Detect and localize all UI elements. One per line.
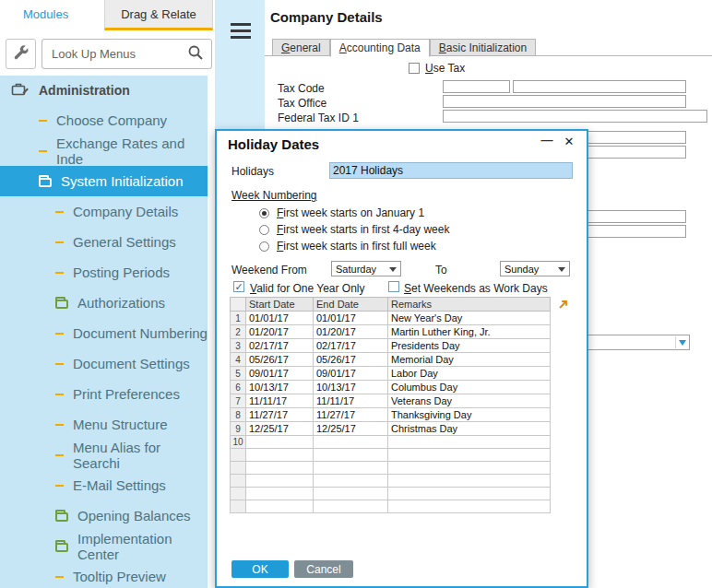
end-date-cell[interactable] xyxy=(314,436,388,449)
start-date-cell[interactable]: 12/25/17 xyxy=(246,422,314,436)
sidebar-item-menu-alias[interactable]: Menu Alias for Searchi xyxy=(0,440,208,470)
remarks-cell[interactable]: Memorial Day xyxy=(388,353,551,367)
row-number[interactable] xyxy=(231,462,246,475)
remarks-cell[interactable] xyxy=(388,488,551,500)
radio-first-week-january-1[interactable]: First week starts on January 1 xyxy=(259,206,424,219)
use-tax-checkbox[interactable] xyxy=(409,63,420,74)
cancel-button[interactable]: Cancel xyxy=(294,560,353,578)
end-date-cell[interactable]: 01/01/17 xyxy=(314,312,388,325)
remarks-cell[interactable] xyxy=(388,449,551,462)
start-date-cell[interactable] xyxy=(246,488,314,500)
set-weekends-workdays-checkbox[interactable] xyxy=(388,281,399,292)
column-header-start-date[interactable]: Start Date xyxy=(246,298,314,312)
sidebar-item-choose-company[interactable]: Choose Company xyxy=(0,105,208,135)
dropdown-arrow-icon[interactable] xyxy=(675,336,688,348)
radio-button[interactable] xyxy=(259,241,269,252)
start-date-cell[interactable] xyxy=(246,436,314,449)
ok-button[interactable]: OK xyxy=(231,560,289,578)
remarks-cell[interactable]: Columbus Day xyxy=(388,381,551,394)
row-number[interactable] xyxy=(231,449,246,462)
start-date-cell[interactable] xyxy=(246,449,314,462)
row-number[interactable]: 9 xyxy=(231,422,246,436)
row-number[interactable] xyxy=(231,500,246,513)
end-date-cell[interactable]: 05/26/17 xyxy=(314,353,388,367)
remarks-cell[interactable]: Presidents Day xyxy=(388,339,551,353)
sidebar-item-posting-periods[interactable]: Posting Periods xyxy=(0,257,208,288)
row-number[interactable]: 10 xyxy=(231,436,246,449)
start-date-cell[interactable]: 05/26/17 xyxy=(246,353,314,367)
end-date-cell[interactable]: 01/20/17 xyxy=(314,325,388,339)
sidebar-item-email-settings[interactable]: E-Mail Settings xyxy=(0,470,208,500)
menu-search-input[interactable] xyxy=(42,47,187,61)
start-date-cell[interactable] xyxy=(246,500,314,513)
radio-first-4-day-week[interactable]: First week starts in first 4-day week xyxy=(259,223,449,236)
tools-button[interactable] xyxy=(6,39,36,69)
sidebar-item-opening-balances[interactable]: Opening Balances xyxy=(0,500,208,531)
end-date-cell[interactable] xyxy=(314,488,388,500)
weekend-from-select[interactable]: Saturday xyxy=(331,261,401,276)
row-number[interactable]: 8 xyxy=(231,408,246,422)
row-number[interactable]: 6 xyxy=(231,381,246,394)
close-button[interactable]: ✕ xyxy=(561,135,577,153)
remarks-cell[interactable] xyxy=(388,436,551,449)
valid-one-year-checkbox[interactable]: ✓ xyxy=(233,281,244,292)
tab-drag-relate[interactable]: Drag & Relate xyxy=(104,0,213,30)
holidays-input[interactable]: 2017 Holidays xyxy=(329,162,573,179)
federal-tax-id-1-input[interactable] xyxy=(443,110,707,123)
remarks-cell[interactable] xyxy=(388,500,551,513)
tab-general[interactable]: General xyxy=(272,39,330,56)
sidebar-item-implementation-center[interactable]: Implementation Center xyxy=(0,531,208,561)
sidebar-item-document-settings[interactable]: Document Settings xyxy=(0,348,208,379)
column-header-end-date[interactable]: End Date xyxy=(314,298,388,312)
weekend-to-select[interactable]: Sunday xyxy=(500,261,570,276)
radio-button[interactable] xyxy=(259,208,269,218)
row-number[interactable]: 7 xyxy=(231,394,246,408)
remarks-cell[interactable]: Veterans Day xyxy=(388,394,551,408)
hamburger-icon[interactable] xyxy=(231,23,251,39)
column-header-remarks[interactable]: Remarks xyxy=(388,298,551,312)
radio-button[interactable] xyxy=(259,225,269,235)
sidebar-item-exchange-rates[interactable]: Exchange Rates and Inde xyxy=(0,135,208,166)
search-icon[interactable] xyxy=(187,44,211,65)
sidebar-item-company-details[interactable]: Company Details xyxy=(0,196,208,227)
remarks-cell[interactable] xyxy=(388,462,551,475)
tab-basic-initialization[interactable]: Basic Initialization xyxy=(430,39,536,56)
end-date-cell[interactable]: 12/25/17 xyxy=(314,422,388,436)
end-date-cell[interactable]: 11/27/17 xyxy=(314,408,388,422)
radio-first-full-week[interactable]: First week starts in first full week xyxy=(259,240,436,253)
row-number[interactable]: 1 xyxy=(231,312,246,325)
sidebar-item-document-numbering[interactable]: Document Numbering xyxy=(0,318,208,348)
tax-office-input[interactable] xyxy=(443,95,686,108)
end-date-cell[interactable] xyxy=(314,449,388,462)
end-date-cell[interactable]: 11/11/17 xyxy=(314,394,388,408)
sidebar-item-authorizations[interactable]: Authorizations xyxy=(0,288,208,318)
start-date-cell[interactable]: 02/17/17 xyxy=(246,339,314,353)
tab-accounting-data[interactable]: Accounting Data xyxy=(330,39,430,57)
row-number[interactable]: 5 xyxy=(231,367,246,381)
minimize-button[interactable]: — xyxy=(539,133,555,151)
start-date-cell[interactable]: 01/01/17 xyxy=(246,312,314,325)
remarks-cell[interactable]: Thanksgiving Day xyxy=(388,408,551,422)
end-date-cell[interactable] xyxy=(314,462,388,475)
start-date-cell[interactable]: 11/27/17 xyxy=(246,408,314,422)
end-date-cell[interactable] xyxy=(314,500,388,513)
remarks-cell[interactable]: New Year's Day xyxy=(388,312,551,325)
end-date-cell[interactable] xyxy=(314,475,388,488)
row-number[interactable] xyxy=(231,475,246,488)
sidebar-item-menu-structure[interactable]: Menu Structure xyxy=(0,409,208,440)
row-number[interactable]: 4 xyxy=(231,353,246,367)
start-date-cell[interactable]: 11/11/17 xyxy=(246,394,314,408)
sidebar-item-tooltip-preview[interactable]: Tooltip Preview xyxy=(0,561,208,588)
end-date-cell[interactable]: 10/13/17 xyxy=(314,381,388,394)
start-date-cell[interactable]: 01/20/17 xyxy=(246,325,314,339)
remarks-cell[interactable]: Martin Luther King, Jr. xyxy=(388,325,551,339)
tax-code-input[interactable] xyxy=(443,80,510,93)
start-date-cell[interactable] xyxy=(246,475,314,488)
start-date-cell[interactable]: 10/13/17 xyxy=(246,381,314,394)
remarks-cell[interactable]: Christmas Day xyxy=(388,422,551,436)
sidebar-item-general-settings[interactable]: General Settings xyxy=(0,227,208,257)
end-date-cell[interactable]: 02/17/17 xyxy=(314,339,388,353)
expand-table-icon[interactable] xyxy=(557,298,569,310)
sidebar-item-print-preferences[interactable]: Print Preferences xyxy=(0,379,208,409)
start-date-cell[interactable]: 09/01/17 xyxy=(246,367,314,381)
